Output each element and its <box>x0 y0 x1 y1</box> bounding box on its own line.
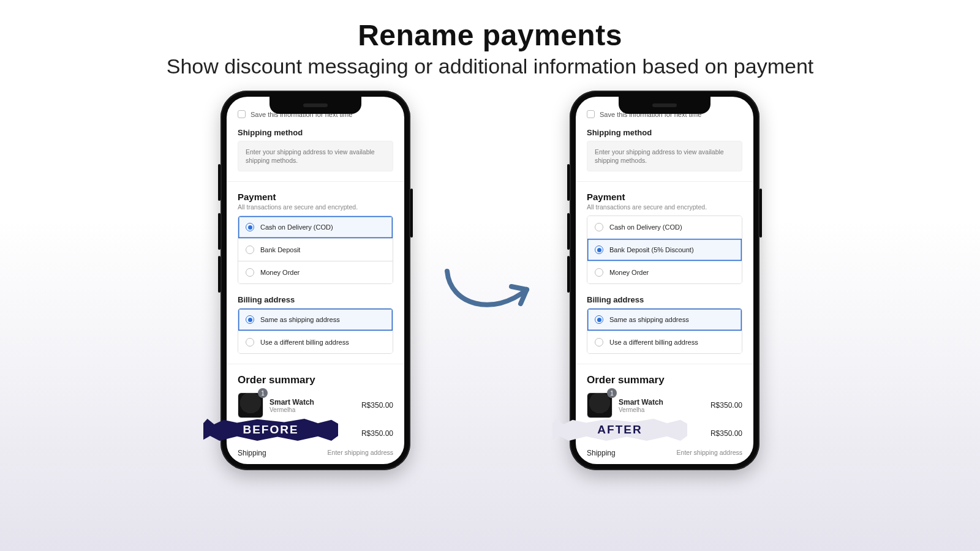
order-summary-title: Order summary <box>238 374 393 386</box>
shipping-method-title: Shipping method <box>238 128 393 137</box>
divider <box>576 364 753 364</box>
product-price: R$350.00 <box>710 401 742 410</box>
product-variant: Vermelha <box>619 407 704 413</box>
payment-options: Cash on Delivery (COD) Bank Deposit (5% … <box>587 216 742 284</box>
radio-icon <box>595 338 603 347</box>
shipping-method-hint: Enter your shipping address to view avai… <box>238 141 393 171</box>
radio-icon <box>595 223 603 231</box>
shipping-row: Shipping Enter shipping address <box>238 449 393 457</box>
payment-option-label: Bank Deposit (5% Discount) <box>609 246 694 253</box>
shipping-label: Shipping <box>238 449 266 457</box>
phone-notch <box>270 97 361 114</box>
phone-mockup-before: Save this information for next time Ship… <box>221 91 410 470</box>
shipping-label: Shipping <box>587 449 616 457</box>
order-summary-title: Order summary <box>587 374 742 386</box>
payment-option-bank[interactable]: Bank Deposit (5% Discount) <box>587 238 742 261</box>
page-title: Rename payments <box>0 18 980 52</box>
payment-option-money-order[interactable]: Money Order <box>238 261 393 283</box>
billing-option-label: Same as shipping address <box>609 316 689 323</box>
payment-option-cod[interactable]: Cash on Delivery (COD) <box>238 216 393 238</box>
arrow-icon <box>438 262 542 323</box>
payment-subtitle: All transactions are secure and encrypte… <box>587 203 742 211</box>
billing-option-label: Use a different billing address <box>609 339 698 346</box>
product-name: Smart Watch <box>270 398 355 407</box>
subtotal-value: R$350.00 <box>361 429 393 438</box>
summary-item-row: 1 Smart Watch Vermelha R$350.00 <box>238 392 393 418</box>
radio-icon <box>246 268 254 277</box>
shipping-row: Shipping Enter shipping address <box>587 449 742 457</box>
qty-badge: 1 <box>258 388 268 398</box>
page-header: Rename payments Show discount messaging … <box>0 0 980 78</box>
payment-title: Payment <box>238 192 393 202</box>
product-thumb: 1 <box>587 392 612 418</box>
payment-options: Cash on Delivery (COD) Bank Deposit Mone… <box>238 216 393 284</box>
billing-option-different[interactable]: Use a different billing address <box>587 331 742 353</box>
billing-option-label: Same as shipping address <box>260 316 340 323</box>
product-variant: Vermelha <box>270 407 355 413</box>
save-info-checkbox[interactable] <box>587 110 595 118</box>
radio-icon <box>246 246 254 254</box>
payment-subtitle: All transactions are secure and encrypte… <box>238 203 393 211</box>
payment-option-bank[interactable]: Bank Deposit <box>238 238 393 261</box>
radio-icon <box>246 338 254 347</box>
billing-option-label: Use a different billing address <box>260 339 349 346</box>
radio-icon <box>246 223 254 231</box>
shipping-method-hint: Enter your shipping address to view avai… <box>587 141 742 171</box>
billing-options: Same as shipping address Use a different… <box>587 308 742 354</box>
qty-badge: 1 <box>607 388 617 398</box>
billing-title: Billing address <box>587 295 742 304</box>
payment-option-cod[interactable]: Cash on Delivery (COD) <box>587 216 742 238</box>
divider <box>227 364 404 364</box>
phone-mockup-after: Save this information for next time Ship… <box>570 91 760 470</box>
billing-options: Same as shipping address Use a different… <box>238 308 393 354</box>
payment-option-label: Bank Deposit <box>260 246 300 253</box>
product-price: R$350.00 <box>361 401 393 410</box>
radio-icon <box>595 268 603 277</box>
shipping-value: Enter shipping address <box>328 449 393 457</box>
radio-icon <box>246 315 254 324</box>
subtotal-value: R$350.00 <box>710 429 742 438</box>
page-subtitle: Show discount messaging or additional in… <box>0 54 980 78</box>
billing-option-same[interactable]: Same as shipping address <box>587 309 742 331</box>
checkout-screen-after: Save this information for next time Ship… <box>576 97 753 464</box>
billing-option-different[interactable]: Use a different billing address <box>238 331 393 353</box>
divider <box>227 181 404 182</box>
payment-title: Payment <box>587 192 742 202</box>
radio-icon <box>595 315 603 324</box>
product-name: Smart Watch <box>619 398 704 407</box>
checkout-screen-before: Save this information for next time Ship… <box>227 97 404 464</box>
payment-option-label: Cash on Delivery (COD) <box>260 223 333 231</box>
product-thumb: 1 <box>238 392 263 418</box>
shipping-value: Enter shipping address <box>677 449 742 457</box>
save-info-checkbox[interactable] <box>238 110 246 118</box>
phone-notch <box>619 97 710 114</box>
payment-option-label: Money Order <box>260 269 300 276</box>
summary-item-row: 1 Smart Watch Vermelha R$350.00 <box>587 392 742 418</box>
divider <box>576 181 753 182</box>
billing-option-same[interactable]: Same as shipping address <box>238 309 393 331</box>
shipping-method-title: Shipping method <box>587 128 742 137</box>
payment-option-label: Money Order <box>609 269 649 276</box>
billing-title: Billing address <box>238 295 393 304</box>
payment-option-label: Cash on Delivery (COD) <box>609 223 682 231</box>
payment-option-money-order[interactable]: Money Order <box>587 261 742 283</box>
radio-icon <box>595 246 603 254</box>
